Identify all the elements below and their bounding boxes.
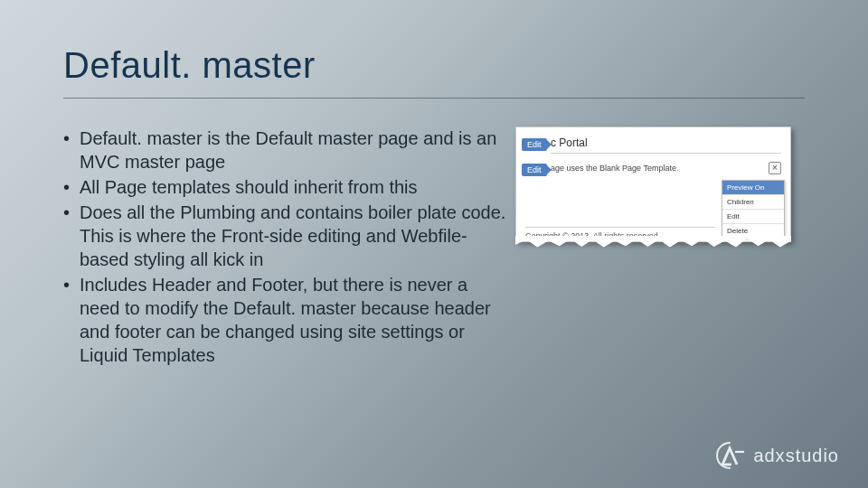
bullet-text: Does all the Plumbing and contains boile… (80, 201, 506, 271)
context-menu: Preview On Children Edit Delete (722, 180, 785, 239)
logo-text: adxstudio (753, 446, 839, 466)
menu-item-edit: Edit (722, 209, 784, 223)
title-divider (63, 98, 805, 99)
bullet-icon: • (63, 175, 80, 199)
bullet-text: Includes Header and Footer, but there is… (80, 273, 506, 367)
logo-text-bold: studio (786, 446, 839, 465)
menu-item-children: Children (722, 194, 784, 209)
adxstudio-logo: adxstudio (712, 441, 839, 470)
template-description: age uses the Blank Page Template. (551, 164, 678, 173)
portal-title: c Portal (551, 136, 781, 154)
list-item: • Does all the Plumbing and contains boi… (63, 201, 506, 271)
slide-title: Default. master (63, 45, 316, 86)
edit-tag: Edit (522, 138, 547, 151)
screenshot-preview: Edit c Portal Edit age uses the Blank Pa… (515, 127, 791, 242)
close-icon: × (769, 162, 781, 174)
menu-header: Preview On (722, 181, 784, 194)
torn-edge-decoration (515, 236, 791, 249)
list-item: • Includes Header and Footer, but there … (63, 273, 506, 367)
bullet-icon: • (63, 201, 80, 271)
bullet-icon: • (63, 273, 80, 367)
list-item: • All Page templates should inherit from… (63, 175, 506, 199)
list-item: • Default. master is the Default master … (63, 127, 506, 174)
edit-tag: Edit (522, 164, 547, 176)
bullet-icon: • (63, 127, 80, 174)
logo-text-thin: adx (753, 446, 785, 465)
bullet-text: Default. master is the Default master pa… (80, 127, 506, 174)
menu-item-delete: Delete (722, 223, 784, 238)
logo-icon (712, 441, 748, 470)
bullet-list: • Default. master is the Default master … (63, 127, 506, 369)
bullet-text: All Page templates should inherit from t… (80, 175, 418, 199)
